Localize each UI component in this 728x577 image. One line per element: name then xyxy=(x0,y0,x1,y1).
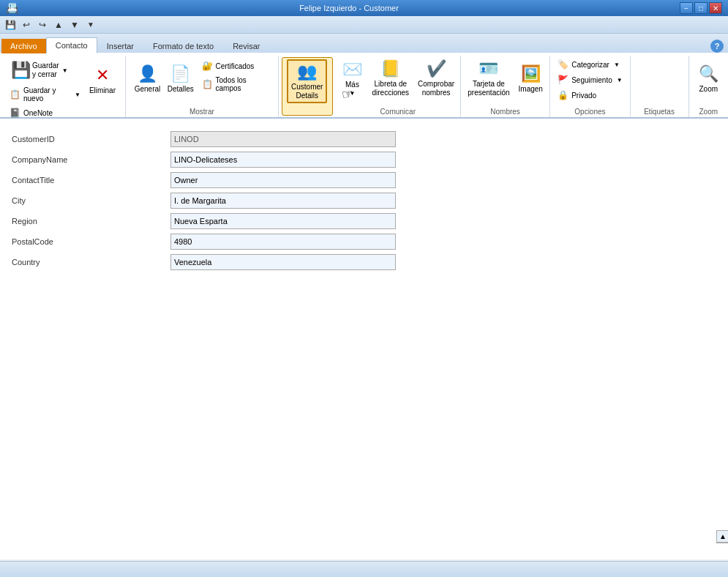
categorizar-icon: 🏷️ xyxy=(558,59,568,70)
window-title: Felipe Izquierdo - Customer xyxy=(18,4,680,12)
ribbon-group-comunicar: ✉️ Más ▼ 📒 Libreta dedirecciones ✔️ Comp… xyxy=(336,56,461,117)
qat-up[interactable]: ▲ xyxy=(51,18,66,32)
input-region[interactable] xyxy=(170,213,396,229)
input-companyname[interactable] xyxy=(170,152,396,168)
label-contacttitle: ContactTitle xyxy=(6,176,170,185)
comunicar-label: Comunicar xyxy=(380,108,416,117)
general-icon: 👤 xyxy=(138,64,157,83)
scroll-controls: ▲ xyxy=(716,530,728,543)
comprobar-button[interactable]: ✔️ Comprobarnombres xyxy=(414,57,458,100)
certificados-button[interactable]: 🔐 Certificados xyxy=(198,59,272,73)
ribbon-group-zoom: 🔍 Zoom Zoom xyxy=(689,56,728,117)
imagen-button[interactable]: 🖼️ Imagen xyxy=(515,57,547,100)
eliminar-button[interactable]: ✕ Eliminar xyxy=(86,59,119,101)
form-row-companyname: CompanyName xyxy=(6,151,722,168)
form-row-city: City xyxy=(6,192,722,209)
label-country: Country xyxy=(6,258,170,267)
customer-form: CustomerIDCompanyNameContactTitleCityReg… xyxy=(0,126,728,278)
libreta-button[interactable]: 📒 Libreta dedirecciones xyxy=(368,57,413,100)
label-region: Region xyxy=(6,217,170,226)
close-button[interactable]: ✕ xyxy=(709,2,722,14)
zoom-label: Zoom xyxy=(699,108,718,117)
tarjeta-button[interactable]: 🪪 Tarjeta depresentación xyxy=(464,57,513,100)
status-bar xyxy=(0,561,728,577)
form-row-country: Country xyxy=(6,253,722,271)
privado-button[interactable]: 🔒 Privado xyxy=(554,88,626,103)
label-companyname: CompanyName xyxy=(6,155,170,164)
detalles-icon: 📄 xyxy=(170,64,190,83)
tab-contacto[interactable]: Contacto xyxy=(46,37,97,53)
qat-undo[interactable]: ↩ xyxy=(19,18,34,32)
opciones-label: Opciones xyxy=(574,108,605,117)
help-button[interactable]: ? xyxy=(710,40,724,53)
qat-save[interactable]: 💾 xyxy=(3,18,18,32)
mas-button[interactable]: ✉️ Más ▼ xyxy=(337,57,367,100)
main-content: CustomerIDCompanyNameContactTitleCityReg… xyxy=(0,119,728,559)
ribbon-group-nombres: 🪪 Tarjeta depresentación 🖼️ Imagen Nombr… xyxy=(461,56,550,117)
tab-formato[interactable]: Formato de texto xyxy=(143,38,223,53)
minimize-button[interactable]: − xyxy=(680,2,693,14)
scroll-up[interactable]: ▲ xyxy=(717,531,728,543)
seguimiento-button[interactable]: 🚩 Seguimiento ▼ xyxy=(554,72,626,87)
content-scroll[interactable]: CustomerIDCompanyNameContactTitleCityReg… xyxy=(0,119,728,559)
quick-access-toolbar: 💾 ↩ ↪ ▲ ▼ ▼ xyxy=(0,16,728,34)
onenote-button[interactable]: 📓 OneNote xyxy=(6,105,84,120)
general-button[interactable]: 👤 General xyxy=(132,57,163,100)
libreta-icon: 📒 xyxy=(380,59,400,78)
input-country[interactable] xyxy=(170,254,396,270)
ribbon-group-etiquetas: Etiquetas xyxy=(631,56,689,117)
tarjeta-icon: 🪪 xyxy=(479,59,498,78)
input-customerid xyxy=(170,131,396,147)
nombres-label: Nombres xyxy=(490,108,520,117)
onenote-icon: 📓 xyxy=(10,108,20,118)
qat-down[interactable]: ▼ xyxy=(67,18,82,32)
todos-campos-button[interactable]: 📋 Todos los campos xyxy=(198,74,272,94)
label-city: City xyxy=(6,196,170,205)
guardar-nuevo-icon: 📋 xyxy=(10,89,20,100)
save-icon: 💾 xyxy=(11,61,31,80)
form-row-contacttitle: ContactTitle xyxy=(6,171,722,189)
seguimiento-icon: 🚩 xyxy=(558,75,568,85)
mas-icon: ✉️ xyxy=(342,60,362,79)
tab-archivo[interactable]: Archivo xyxy=(1,39,46,53)
ribbon-group-opciones: 🏷️ Categorizar ▼ 🚩 Seguimiento ▼ 🔒 Priva… xyxy=(550,56,630,117)
qat-redo[interactable]: ↪ xyxy=(35,18,50,32)
guardar-nuevo-button[interactable]: 📋 Guardar y nuevo ▼ xyxy=(6,84,84,105)
zoom-icon: 🔍 xyxy=(699,64,718,83)
label-postalcode: PostalCode xyxy=(6,237,170,246)
ribbon: 💾 Guardar y cerrar ▼ 📋 Guardar y nuevo ▼… xyxy=(0,53,728,119)
detalles-button[interactable]: 📄 Detalles xyxy=(165,57,197,100)
window-controls: − □ ✕ xyxy=(680,2,722,14)
maximize-button[interactable]: □ xyxy=(694,2,708,14)
comprobar-icon: ✔️ xyxy=(427,59,446,78)
input-contacttitle[interactable] xyxy=(170,172,396,188)
certificados-icon: 🔐 xyxy=(202,61,213,71)
customer-details-button[interactable]: 👥 CustomerDetails xyxy=(287,59,327,103)
ribbon-group-acciones: 💾 Guardar y cerrar ▼ 📋 Guardar y nuevo ▼… xyxy=(0,56,126,117)
label-customerid: CustomerID xyxy=(6,135,170,144)
title-bar: 📇 Felipe Izquierdo - Customer − □ ✕ xyxy=(0,0,728,16)
imagen-icon: 🖼️ xyxy=(521,64,541,83)
tab-revisar[interactable]: Revisar xyxy=(223,38,269,53)
save-close-button[interactable]: 💾 Guardar y cerrar ▼ xyxy=(6,57,73,83)
eliminar-icon: ✕ xyxy=(96,66,109,85)
customer-details-icon: 👥 xyxy=(297,62,317,81)
input-postalcode[interactable] xyxy=(170,234,396,250)
etiquetas-label: Etiquetas xyxy=(644,108,675,117)
tab-insertar[interactable]: Insertar xyxy=(97,38,143,53)
ribbon-tab-row: Archivo Contacto Insertar Formato de tex… xyxy=(0,34,728,53)
form-row-postalcode: PostalCode xyxy=(6,233,722,250)
form-row-customerid: CustomerID xyxy=(6,130,722,148)
categorizar-button[interactable]: 🏷️ Categorizar ▼ xyxy=(554,57,626,72)
ribbon-group-mostrar: 👤 General 📄 Detalles 🔐 Certificados 📋 To… xyxy=(126,56,279,117)
mostrar-label: Mostrar xyxy=(189,108,214,117)
todos-campos-icon: 📋 xyxy=(202,79,213,89)
privado-icon: 🔒 xyxy=(558,90,568,100)
form-row-region: Region xyxy=(6,212,722,230)
qat-more[interactable]: ▼ xyxy=(83,18,98,32)
zoom-button[interactable]: 🔍 Zoom xyxy=(694,57,723,100)
ribbon-group-customer-details: 👥 CustomerDetails xyxy=(282,57,333,116)
input-city[interactable] xyxy=(170,193,396,209)
